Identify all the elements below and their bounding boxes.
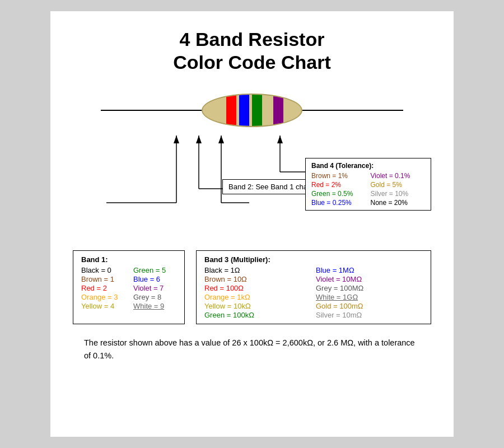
band3-grey: Grey = 100MΩ bbox=[316, 284, 423, 292]
band4-item-red: Red = 2% bbox=[311, 181, 366, 189]
band4-item-none: None = 20% bbox=[371, 199, 426, 207]
band1-brown: Brown = 1 bbox=[81, 275, 124, 283]
band3-red: Red = 100Ω bbox=[204, 284, 311, 292]
svg-marker-3 bbox=[196, 136, 202, 143]
resistor-diagram bbox=[73, 85, 431, 136]
band1-black: Black = 0 bbox=[81, 266, 124, 274]
band2-box: Band 2: See Band 1 chart bbox=[222, 179, 318, 194]
band1-grid: Black = 0 Green = 5 Brown = 1 Blue = 6 R… bbox=[81, 266, 176, 310]
lower-area: Band 1: Black = 0 Green = 5 Brown = 1 Bl… bbox=[73, 250, 431, 324]
resistor-body bbox=[202, 94, 302, 127]
band1-orange: Orange = 3 bbox=[81, 293, 124, 301]
band1-violet: Violet = 7 bbox=[133, 284, 176, 292]
band1-green: Green = 5 bbox=[133, 266, 176, 274]
page-title: 4 Band Resistor Color Code Chart bbox=[73, 28, 431, 74]
band3-green: Green = 100kΩ bbox=[204, 311, 311, 319]
band4-item-blue: Blue = 0.25% bbox=[311, 199, 366, 207]
band1-yellow: Yellow = 4 bbox=[81, 302, 124, 310]
band1-white: White = 9 bbox=[133, 302, 176, 310]
svg-marker-5 bbox=[218, 136, 224, 143]
band3-brown: Brown = 10Ω bbox=[204, 275, 311, 283]
band1-title: Band 1: bbox=[81, 255, 176, 264]
band4-item-gold: Gold = 5% bbox=[371, 181, 426, 189]
band-4 bbox=[273, 95, 283, 126]
band1-red: Red = 2 bbox=[81, 284, 124, 292]
band1-blue: Blue = 6 bbox=[133, 275, 176, 283]
band4-item-violet: Violet = 0.1% bbox=[371, 172, 426, 180]
band3-silver: Silver = 10mΩ bbox=[316, 311, 423, 319]
band4-box: Band 4 (Tolerance): Brown = 1% Violet = … bbox=[305, 158, 431, 211]
band4-grid: Brown = 1% Violet = 0.1% Red = 2% Gold =… bbox=[311, 172, 425, 207]
band-3 bbox=[252, 95, 262, 126]
band3-blue: Blue = 1MΩ bbox=[316, 266, 423, 274]
band3-title: Band 3 (Multiplier): bbox=[204, 255, 423, 264]
svg-marker-1 bbox=[174, 136, 179, 143]
band3-black: Black = 1Ω bbox=[204, 266, 311, 274]
band3-violet: Violet = 10MΩ bbox=[316, 275, 423, 283]
band3-grid: Black = 1Ω Blue = 1MΩ Brown = 10Ω Violet… bbox=[204, 266, 423, 319]
band3-gold: Gold = 100mΩ bbox=[316, 302, 423, 310]
band1-box: Band 1: Black = 0 Green = 5 Brown = 1 Bl… bbox=[73, 250, 185, 324]
band4-item-brown: Brown = 1% bbox=[311, 172, 366, 180]
band-2 bbox=[239, 95, 249, 126]
band3-white: White = 1GΩ bbox=[316, 293, 423, 301]
band-1 bbox=[226, 95, 236, 126]
band3-yellow: Yellow = 10kΩ bbox=[204, 302, 311, 310]
band1-grey: Grey = 8 bbox=[133, 293, 176, 301]
bottom-description: The resistor shown above has a value of … bbox=[73, 337, 431, 362]
band4-item-silver: Silver = 10% bbox=[371, 190, 426, 198]
page: 4 Band Resistor Color Code Chart bbox=[50, 11, 454, 437]
band3-box: Band 3 (Multiplier): Black = 1Ω Blue = 1… bbox=[196, 250, 431, 324]
band4-title: Band 4 (Tolerance): bbox=[311, 162, 425, 170]
band3-orange: Orange = 1kΩ bbox=[204, 293, 311, 301]
band4-item-green: Green = 0.5% bbox=[311, 190, 366, 198]
svg-marker-7 bbox=[277, 136, 283, 143]
